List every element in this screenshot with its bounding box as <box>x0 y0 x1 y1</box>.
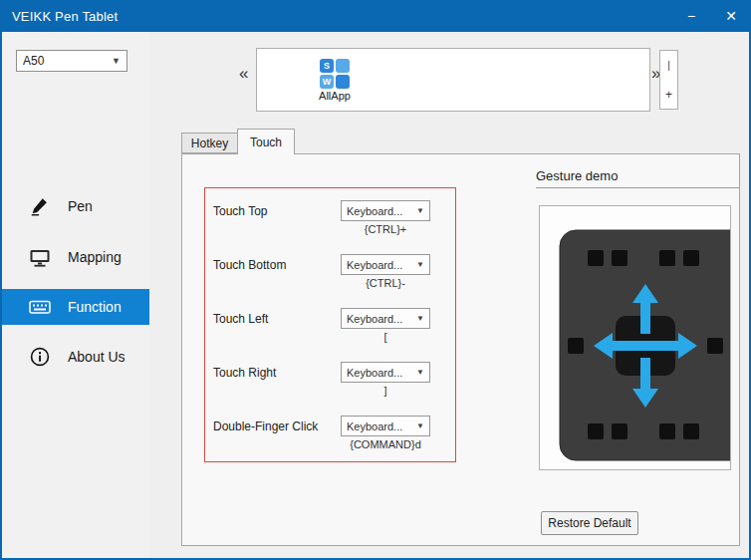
restore-default-button[interactable]: Restore Default <box>541 511 638 535</box>
touch-bottom-dropdown[interactable]: Keyboard... ▼ <box>341 254 430 275</box>
chevron-down-icon: ▼ <box>416 206 424 215</box>
sidebar-item-about-us[interactable]: About Us <box>2 339 149 375</box>
sidebar-item-label: Function <box>68 299 122 315</box>
mapping-icon <box>28 245 52 269</box>
chevron-down-icon: ▼ <box>416 260 424 269</box>
app-add-button[interactable]: + <box>660 80 677 109</box>
minimize-button[interactable]: − <box>671 0 711 32</box>
app-divider-button[interactable]: | <box>660 51 677 80</box>
info-icon <box>28 345 52 369</box>
allapp-icon: S W <box>320 59 350 89</box>
touch-row-value: ] <box>341 385 430 397</box>
allapp-icon-tile <box>336 75 350 89</box>
app-tile-allapp[interactable]: S W AllApp <box>299 55 371 102</box>
app-scroll-left-button[interactable]: « <box>239 64 248 84</box>
function-keyboard-icon <box>28 295 52 319</box>
touch-row-value: {CTRL}- <box>341 277 430 289</box>
sidebar-item-label: Pen <box>68 198 93 214</box>
sidebar-item-pen[interactable]: Pen <box>2 188 149 224</box>
touch-row-right: Touch Right Keyboard... ▼ ] <box>205 354 455 408</box>
app-list-box: S W AllApp <box>256 48 650 112</box>
touch-row-label: Touch Bottom <box>213 258 286 272</box>
sidebar-item-label: Mapping <box>68 249 122 265</box>
window-title: VEIKK Pen Tablet <box>12 9 118 24</box>
touch-row-value: [ <box>341 331 430 343</box>
app-tile-label: AllApp <box>299 90 371 102</box>
chevron-down-icon: ▼ <box>416 314 424 323</box>
chevron-down-icon: ▼ <box>416 368 424 377</box>
model-select-dropdown[interactable]: A50 ▼ <box>16 50 127 72</box>
close-button[interactable]: ✕ <box>711 0 751 32</box>
tab-touch[interactable]: Touch <box>237 129 295 154</box>
app-window: VEIKK Pen Tablet − ✕ A50 ▼ Pen <box>0 0 751 560</box>
sidebar: A50 ▼ Pen Mapping <box>2 32 149 558</box>
sidebar-item-label: About Us <box>68 349 125 365</box>
touch-row-label: Double-Finger Click <box>213 420 318 433</box>
touch-settings-panel: Touch Top Keyboard... ▼ {CTRL}+ Touch Bo… <box>181 153 740 546</box>
sidebar-item-function[interactable]: Function <box>2 289 149 325</box>
touch-row-left: Touch Left Keyboard... ▼ [ <box>205 300 455 354</box>
pen-icon <box>28 194 52 218</box>
gesture-demo-title: Gesture demo <box>536 168 618 183</box>
allapp-icon-tile-w: W <box>320 75 334 89</box>
allapp-icon-tile <box>336 59 350 73</box>
touch-row-value: {CTRL}+ <box>341 223 430 235</box>
sidebar-item-mapping[interactable]: Mapping <box>2 239 149 275</box>
window-controls: − ✕ <box>671 0 751 32</box>
touch-row-value: {COMMAND}d <box>341 438 430 450</box>
touch-row-bottom: Touch Bottom Keyboard... ▼ {CTRL}- <box>205 246 455 300</box>
app-add-group: | + <box>659 50 678 110</box>
touch-row-label: Touch Top <box>213 204 268 218</box>
touch-top-dropdown[interactable]: Keyboard... ▼ <box>341 200 430 221</box>
touch-settings-group: Touch Top Keyboard... ▼ {CTRL}+ Touch Bo… <box>204 187 456 462</box>
gesture-demo-divider <box>536 187 740 188</box>
double-finger-dropdown[interactable]: Keyboard... ▼ <box>341 416 430 436</box>
tab-hotkey[interactable]: Hotkey <box>181 133 238 153</box>
touch-row-label: Touch Right <box>213 366 276 380</box>
touch-row-top: Touch Top Keyboard... ▼ {CTRL}+ <box>205 192 455 246</box>
model-select-value: A50 <box>23 54 44 68</box>
chevron-down-icon: ▼ <box>112 56 121 66</box>
touch-row-label: Touch Left <box>213 312 268 326</box>
title-bar: VEIKK Pen Tablet − ✕ <box>0 0 751 32</box>
tablet-gesture-illustration <box>558 228 731 462</box>
allapp-icon-tile-s: S <box>320 59 334 73</box>
touch-right-dropdown[interactable]: Keyboard... ▼ <box>341 362 430 383</box>
chevron-down-icon: ▼ <box>416 421 424 430</box>
touch-left-dropdown[interactable]: Keyboard... ▼ <box>341 308 430 329</box>
touch-row-double-finger: Double-Finger Click Keyboard... ▼ {COMMA… <box>205 408 455 461</box>
gesture-demo-box <box>539 205 731 470</box>
